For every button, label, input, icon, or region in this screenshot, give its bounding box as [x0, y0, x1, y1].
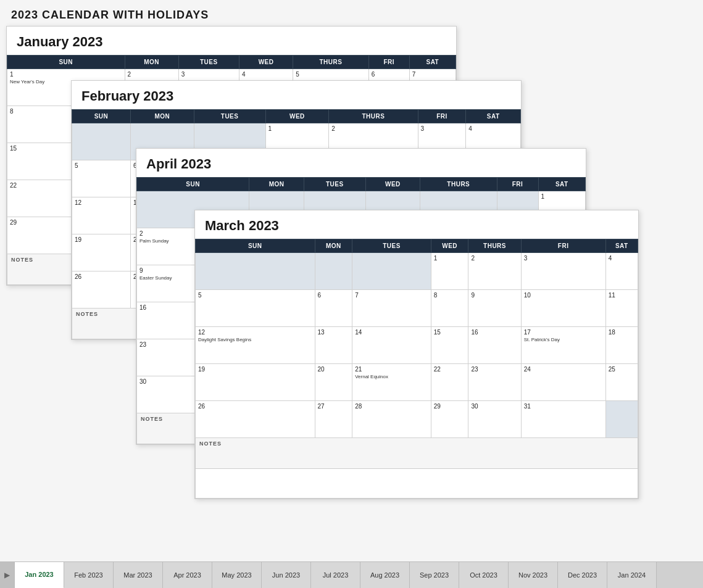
table-row: 5: [72, 160, 131, 197]
tab-apr-2023[interactable]: Apr 2023: [163, 562, 212, 589]
table-row: 11: [605, 290, 638, 327]
tab-mar-2023[interactable]: Mar 2023: [114, 562, 163, 589]
tab-jan-2023[interactable]: Jan 2023: [15, 562, 64, 589]
tab-bar: ▶ Jan 2023 Feb 2023 Mar 2023 Apr 2023 Ma…: [0, 561, 703, 588]
table-row: 5: [196, 290, 315, 327]
march-calendar: March 2023 SUN MON TUES WED THURS FRI SA…: [194, 210, 639, 499]
feb-col-sat: SAT: [466, 110, 521, 123]
table-row: 26: [72, 271, 131, 308]
apr-col-mon: MON: [249, 178, 304, 191]
tab-list: Jan 2023 Feb 2023 Mar 2023 Apr 2023 May …: [15, 562, 703, 589]
table-row: [315, 253, 352, 290]
feb-col-wed: WED: [265, 110, 329, 123]
table-row: 15: [431, 327, 468, 364]
jan-col-wed: WED: [239, 56, 293, 69]
table-row: 4: [605, 253, 638, 290]
table-row: 27: [315, 401, 352, 438]
tab-jan-2024[interactable]: Jan 2024: [607, 562, 657, 589]
feb-col-fri: FRI: [418, 110, 466, 123]
table-row: [196, 253, 315, 290]
page-title: 2023 CALENDAR WITH HOLIDAYS: [0, 0, 703, 25]
tab-feb-2023[interactable]: Feb 2023: [64, 562, 114, 589]
mar-col-thu: THURS: [468, 239, 521, 253]
table-row: 23: [468, 364, 521, 401]
table-row: 24: [521, 364, 605, 401]
tab-dec-2023[interactable]: Dec 2023: [558, 562, 607, 589]
table-row: 29: [431, 401, 468, 438]
table-row: 17St. Patrick's Day: [521, 327, 605, 364]
table-row: [352, 253, 431, 290]
tab-may-2023[interactable]: May 2023: [212, 562, 262, 589]
table-row: 28: [352, 401, 431, 438]
apr-col-thu: THURS: [420, 178, 497, 191]
mar-col-sun: SUN: [196, 239, 315, 253]
tab-jul-2023[interactable]: Jul 2023: [311, 562, 360, 589]
jan-col-mon: MON: [125, 56, 178, 69]
apr-col-tue: TUES: [304, 178, 365, 191]
apr-col-wed: WED: [365, 178, 420, 191]
table-row: 21Vernal Equinox: [352, 364, 431, 401]
april-title: April 2023: [136, 149, 586, 177]
mar-col-mon: MON: [315, 239, 352, 253]
tab-aug-2023[interactable]: Aug 2023: [360, 562, 410, 589]
mar-col-wed: WED: [431, 239, 468, 253]
table-row: 19: [196, 364, 315, 401]
tab-sep-2023[interactable]: Sep 2023: [410, 562, 459, 589]
table-row: 8: [431, 290, 468, 327]
tab-oct-2023[interactable]: Oct 2023: [459, 562, 509, 589]
table-row: [72, 123, 131, 160]
table-row: 9: [468, 290, 521, 327]
march-notes: NOTES: [196, 438, 638, 469]
feb-col-thu: THURS: [329, 110, 418, 123]
mar-col-sat: SAT: [605, 239, 638, 253]
table-row: 18: [605, 327, 638, 364]
tab-jun-2023[interactable]: Jun 2023: [262, 562, 311, 589]
table-row: 6: [315, 290, 352, 327]
table-row: [605, 401, 638, 438]
tab-scroll-arrow[interactable]: ▶: [0, 562, 15, 589]
tab-nov-2023[interactable]: Nov 2023: [509, 562, 558, 589]
march-grid: SUN MON TUES WED THURS FRI SAT 1 2 3: [195, 239, 638, 499]
table-row: 10: [521, 290, 605, 327]
table-row: 3: [521, 253, 605, 290]
jan-col-fri: FRI: [368, 56, 409, 69]
feb-col-sun: SUN: [72, 110, 131, 123]
table-row: 20: [315, 364, 352, 401]
february-title: February 2023: [72, 81, 521, 109]
mar-col-tue: TUES: [352, 239, 431, 253]
apr-col-sat: SAT: [538, 178, 585, 191]
march-title: March 2023: [195, 210, 638, 239]
main-area: 2023 CALENDAR WITH HOLIDAYS January 2023…: [0, 0, 703, 561]
apr-col-fri: FRI: [497, 178, 538, 191]
table-row: 31: [521, 401, 605, 438]
table-row: 2: [468, 253, 521, 290]
feb-col-tue: TUES: [194, 110, 265, 123]
table-row: 19: [72, 234, 131, 271]
jan-col-sun: SUN: [7, 56, 125, 69]
table-row: 7: [352, 290, 431, 327]
table-row: 16: [468, 327, 521, 364]
table-row: 14: [352, 327, 431, 364]
table-row: 12: [72, 197, 131, 234]
table-row: 13: [315, 327, 352, 364]
apr-col-sun: SUN: [137, 178, 249, 191]
table-row: 30: [468, 401, 521, 438]
jan-col-thu: THURS: [293, 56, 369, 69]
table-row: 22: [431, 364, 468, 401]
table-row: 1: [431, 253, 468, 290]
table-row: 12Daylight Savings Begins: [196, 327, 315, 364]
jan-col-sat: SAT: [409, 56, 455, 69]
table-row: 25: [605, 364, 638, 401]
table-row: 26: [196, 401, 315, 438]
january-title: January 2023: [7, 27, 456, 55]
jan-col-tue: TUES: [178, 56, 239, 69]
feb-col-mon: MON: [131, 110, 194, 123]
mar-col-fri: FRI: [521, 239, 605, 253]
